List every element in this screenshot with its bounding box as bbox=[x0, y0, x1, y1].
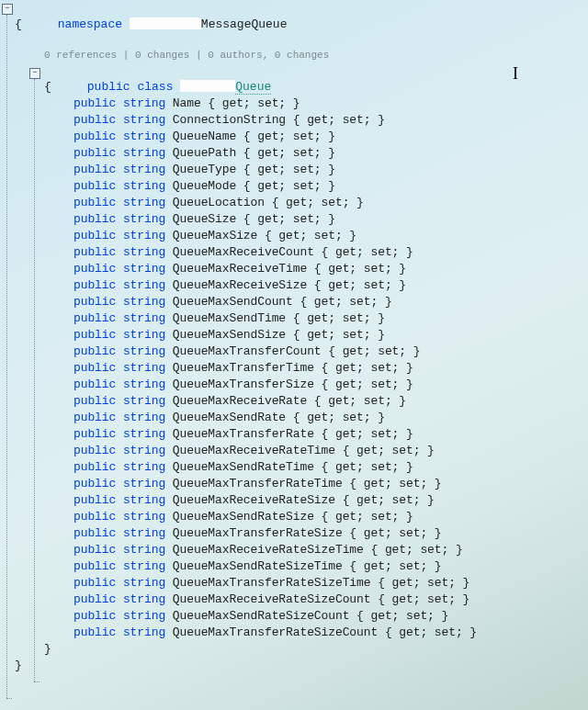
property-name: QueueMaxSendCount { get; set; } bbox=[165, 295, 391, 309]
keyword-string: string bbox=[123, 328, 165, 342]
property-name: QueueMaxTransferRate { get; set; } bbox=[165, 427, 413, 441]
outline-line-namespace bbox=[6, 15, 7, 698]
blank-line bbox=[15, 33, 584, 48]
keyword-string: string bbox=[123, 278, 165, 292]
scrollbar[interactable] bbox=[582, 0, 588, 710]
property-name: QueueMaxTransferRateTime { get; set; } bbox=[165, 477, 441, 490]
keyword-public: public bbox=[74, 576, 116, 590]
redacted-namespace bbox=[130, 17, 201, 29]
namespace-suffix: MessageQueue bbox=[201, 17, 288, 31]
keyword-string: string bbox=[123, 344, 165, 358]
keyword-namespace: namespace bbox=[58, 17, 122, 31]
property-name: Name { get; set; } bbox=[165, 96, 300, 110]
class-modifiers: public class bbox=[87, 80, 174, 94]
keyword-public: public bbox=[74, 262, 116, 276]
keyword-public: public bbox=[74, 229, 116, 242]
property-line: public string QueueMaxTransferRateSize {… bbox=[15, 525, 584, 542]
property-line: public string QueueMaxTransferRateSizeCo… bbox=[15, 625, 584, 641]
keyword-public: public bbox=[74, 344, 116, 358]
property-line: public string QueueType { get; set; } bbox=[15, 162, 584, 178]
property-name: ConnectionString { get; set; } bbox=[165, 113, 385, 127]
keyword-string: string bbox=[123, 361, 165, 375]
property-name: QueueMaxSendRateSizeCount { get; set; } bbox=[165, 609, 448, 623]
keyword-public: public bbox=[74, 278, 116, 292]
keyword-public: public bbox=[74, 625, 116, 639]
property-line: public string QueueMaxReceiveTime { get;… bbox=[15, 261, 584, 277]
keyword-string: string bbox=[123, 510, 165, 524]
property-line: public string QueuePath { get; set; } bbox=[15, 145, 584, 162]
keyword-public: public bbox=[74, 130, 116, 143]
property-line: public string QueueMaxReceiveRateTime { … bbox=[15, 443, 584, 459]
property-line: public string ConnectionString { get; se… bbox=[15, 112, 584, 129]
property-line: public string QueueMaxReceiveRateSizeCou… bbox=[15, 592, 584, 608]
code-body[interactable]: namespace MessageQueue { 0 references | … bbox=[15, 0, 584, 674]
property-name: QueueMaxTransferSize { get; set; } bbox=[165, 378, 413, 391]
namespace-line: namespace MessageQueue bbox=[15, 0, 584, 17]
property-name: QueueMaxTransferRateSizeCount { get; set… bbox=[165, 625, 477, 639]
keyword-string: string bbox=[123, 394, 165, 408]
property-line: public string QueueName { get; set; } bbox=[15, 129, 584, 145]
keyword-public: public bbox=[74, 427, 116, 441]
keyword-string: string bbox=[123, 559, 165, 573]
property-name: QueueMaxReceiveRateSize { get; set; } bbox=[165, 493, 435, 507]
keyword-string: string bbox=[123, 526, 165, 540]
property-name: QueueMaxReceiveCount { get; set; } bbox=[165, 245, 413, 259]
property-name: QueueType { get; set; } bbox=[165, 163, 335, 176]
keyword-public: public bbox=[74, 295, 116, 309]
keyword-public: public bbox=[74, 378, 116, 391]
fold-toggle-namespace[interactable]: − bbox=[2, 4, 13, 15]
keyword-string: string bbox=[123, 460, 165, 474]
property-name: QueueMaxSize { get; set; } bbox=[165, 229, 356, 242]
keyword-public: public bbox=[74, 146, 116, 160]
property-line: public string QueueMaxSendTime { get; se… bbox=[15, 310, 584, 327]
property-line: public string QueueMaxSendRateSizeCount … bbox=[15, 608, 584, 625]
property-name: QueuePath { get; set; } bbox=[165, 146, 335, 160]
keyword-public: public bbox=[74, 609, 116, 623]
keyword-public: public bbox=[74, 179, 116, 193]
property-name: QueueMaxSendRate { get; set; } bbox=[165, 411, 385, 424]
keyword-string: string bbox=[123, 625, 165, 639]
keyword-public: public bbox=[74, 477, 116, 490]
property-line: public string QueueMaxSendRateTime { get… bbox=[15, 459, 584, 476]
keyword-public: public bbox=[74, 163, 116, 176]
property-line: public string QueueMaxTransferRateTime {… bbox=[15, 476, 584, 492]
codelens[interactable]: 0 references | 0 changes | 0 authors, 0 … bbox=[15, 48, 584, 62]
property-line: public string QueueMaxReceiveCount { get… bbox=[15, 244, 584, 261]
keyword-public: public bbox=[74, 460, 116, 474]
keyword-public: public bbox=[74, 311, 116, 325]
property-line: public string QueueMaxSendSize { get; se… bbox=[15, 327, 584, 344]
outline-end-class bbox=[34, 682, 40, 682]
property-line: public string QueueMaxReceiveRate { get;… bbox=[15, 393, 584, 410]
keyword-public: public bbox=[74, 510, 116, 524]
code-editor[interactable]: − − namespace MessageQueue { 0 reference… bbox=[0, 0, 588, 710]
keyword-string: string bbox=[123, 411, 165, 424]
class-name-suffix: Queue bbox=[235, 80, 271, 95]
keyword-string: string bbox=[123, 609, 165, 623]
keyword-public: public bbox=[74, 493, 116, 507]
keyword-string: string bbox=[123, 444, 165, 457]
property-name: QueueMaxSendTime { get; set; } bbox=[165, 311, 385, 325]
keyword-string: string bbox=[123, 130, 165, 143]
keyword-public: public bbox=[74, 543, 116, 557]
property-name: QueueMaxReceiveRateTime { get; set; } bbox=[165, 444, 435, 457]
keyword-string: string bbox=[123, 576, 165, 590]
keyword-public: public bbox=[74, 113, 116, 127]
keyword-string: string bbox=[123, 179, 165, 193]
keyword-string: string bbox=[123, 229, 165, 242]
keyword-string: string bbox=[123, 378, 165, 391]
property-line: public string QueueMaxReceiveRateSize { … bbox=[15, 492, 584, 509]
keyword-public: public bbox=[74, 196, 116, 209]
property-name: QueueName { get; set; } bbox=[165, 130, 335, 143]
outline-gutter: − bbox=[0, 0, 13, 710]
keyword-public: public bbox=[74, 245, 116, 259]
property-name: QueueMaxSendRateSize { get; set; } bbox=[165, 510, 413, 524]
class-declaration: public class Queue bbox=[15, 62, 584, 79]
property-name: QueueMaxTransferRateSize { get; set; } bbox=[165, 526, 441, 540]
keyword-string: string bbox=[123, 163, 165, 176]
property-name: QueueMaxReceiveTime { get; set; } bbox=[165, 262, 406, 276]
property-line: public string QueueMaxTransferRateSizeTi… bbox=[15, 575, 584, 592]
brace-close-namespace: } bbox=[15, 658, 584, 674]
property-line: public string QueueLocation { get; set; … bbox=[15, 195, 584, 211]
keyword-string: string bbox=[123, 212, 165, 226]
keyword-string: string bbox=[123, 543, 165, 557]
